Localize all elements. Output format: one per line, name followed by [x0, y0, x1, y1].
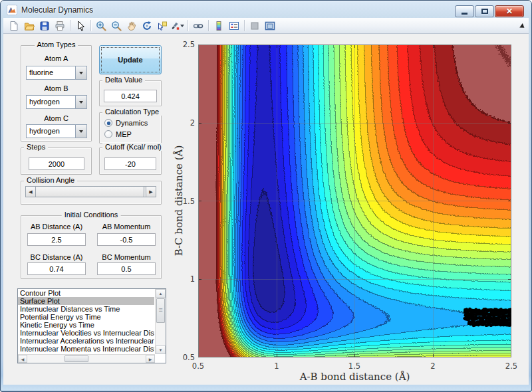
window-frame: Molecular Dynamics ✕ [0, 0, 532, 392]
ab-momentum-label: AB Momentum [97, 223, 156, 231]
hide-plot-tools-icon [249, 21, 260, 31]
radio-mep-label: MEP [116, 130, 132, 138]
radio-dynamics-label: Dynamics [116, 119, 148, 127]
atom-b-dropdown-button[interactable] [75, 96, 86, 108]
toolbar [3, 18, 529, 34]
radio-mep[interactable]: MEP [104, 130, 132, 138]
hide-plot-tools-button[interactable] [247, 19, 262, 33]
window-title: Molecular Dynamics [21, 5, 93, 15]
print-icon [55, 21, 65, 31]
pointer-tool-button[interactable] [73, 19, 88, 33]
collision-angle-title: Collision Angle [24, 176, 77, 184]
cutoff-field[interactable] [104, 157, 156, 170]
y-tick-label: 2 [172, 118, 195, 128]
list-item[interactable]: Kinetic Energy vs Time [18, 321, 154, 329]
scroll-down-arrow[interactable]: ▼ [156, 345, 166, 354]
list-item[interactable]: Potential Energy vs Time [18, 313, 154, 321]
zoom-in-button[interactable] [94, 19, 108, 33]
pan-tool-button[interactable] [124, 19, 139, 33]
brush-tool-button[interactable] [170, 19, 185, 33]
list-item[interactable]: Contour Plot [18, 289, 154, 297]
vertical-scrollbar[interactable]: ▲ ☰ ▼ [155, 289, 166, 354]
new-document-button[interactable] [7, 19, 21, 33]
atom-c-dropdown-button[interactable] [75, 125, 86, 138]
ab-momentum-field[interactable] [97, 233, 156, 246]
rotate-3d-button[interactable] [140, 19, 154, 33]
bc-momentum-label: BC Momentum [97, 253, 156, 261]
delta-value-field[interactable] [104, 90, 157, 102]
slider-right-arrow[interactable]: ▶ [146, 187, 156, 197]
scroll-left-arrow[interactable]: ◀ [18, 355, 27, 363]
list-item-selected[interactable]: Surface Plot [18, 297, 154, 305]
toolbar-overflow-chevron-icon[interactable] [519, 23, 526, 30]
x-tick-label: 2.5 [498, 361, 525, 371]
atom-b-label: Atom B [21, 84, 92, 92]
show-plot-tools-button[interactable] [263, 19, 277, 33]
initial-conditions-title: Initial Conditions [62, 211, 121, 219]
new-document-icon [9, 21, 19, 31]
cutoff-title: Cutoff (Kcal/ mol) [102, 143, 164, 151]
brush-dropdown-icon[interactable] [180, 25, 184, 27]
slider-thumb[interactable] [36, 187, 144, 197]
x-axis-label: A-B bond distance (Å) [198, 371, 511, 383]
chevron-down-icon [79, 101, 83, 104]
x-tick-label: 2 [420, 361, 446, 371]
plot-type-listbox[interactable]: Contour Plot Surface Plot Internuclear D… [17, 288, 166, 363]
steps-field[interactable] [29, 157, 84, 170]
toolbar-separator [188, 20, 188, 31]
insert-colorbar-button[interactable] [211, 19, 226, 33]
data-cursor-button[interactable] [155, 19, 170, 33]
vertical-scroll-thumb[interactable]: ☰ [156, 298, 165, 323]
atom-a-select[interactable]: fluorine [26, 66, 87, 80]
list-item[interactable]: Internuclear Velocities vs Internuclear … [18, 329, 154, 337]
atom-types-title: Atom Types [35, 41, 78, 49]
radio-mep-icon [104, 130, 112, 138]
link-plot-button[interactable] [191, 19, 205, 33]
save-button[interactable] [37, 19, 52, 33]
close-icon: ✕ [506, 7, 513, 15]
atom-a-label: Atom A [21, 54, 92, 62]
titlebar[interactable]: Molecular Dynamics ✕ [1, 1, 531, 18]
close-button[interactable]: ✕ [495, 5, 524, 17]
figure-area: Atom Types Atom A fluorine Atom B hydrog… [3, 34, 529, 385]
save-icon [39, 21, 50, 31]
bc-distance-field[interactable] [27, 262, 86, 275]
pointer-icon [75, 21, 86, 31]
toolbar-separator [70, 20, 70, 31]
open-folder-icon [24, 21, 35, 31]
ab-distance-field[interactable] [27, 233, 86, 246]
print-button[interactable] [53, 19, 67, 33]
scroll-up-arrow[interactable]: ▲ [156, 289, 166, 298]
atom-c-value: hydrogen [27, 125, 75, 138]
radio-dynamics[interactable]: Dynamics [104, 119, 148, 127]
data-cursor-icon [157, 21, 168, 31]
list-item[interactable]: Internuclear Distances vs Time [18, 305, 154, 313]
minimize-button[interactable] [455, 5, 474, 17]
slider-left-arrow[interactable]: ◀ [26, 187, 36, 197]
chevron-down-icon [79, 130, 83, 133]
application-window: Molecular Dynamics ✕ [0, 0, 532, 392]
pes-contour-plot[interactable] [198, 45, 511, 357]
atom-b-select[interactable]: hydrogen [26, 95, 87, 109]
radio-dynamics-icon [104, 119, 112, 127]
x-tick-label: 1.5 [341, 361, 368, 371]
atom-c-select[interactable]: hydrogen [26, 124, 87, 138]
open-file-button[interactable] [22, 19, 37, 33]
legend-icon [229, 21, 239, 31]
update-button[interactable]: Update [99, 45, 162, 74]
delta-value-title: Delta Value [102, 76, 145, 84]
collision-angle-slider[interactable]: ◀ ▶ [25, 186, 156, 197]
horizontal-scroll-thumb[interactable] [65, 355, 88, 362]
toolbar-separator [244, 20, 245, 31]
bc-momentum-field[interactable] [97, 262, 156, 275]
calculation-type-panel: Calculation Type [99, 112, 162, 144]
scroll-right-arrow[interactable]: ▶ [146, 355, 155, 363]
maximize-button[interactable] [475, 5, 494, 17]
insert-legend-button[interactable] [227, 19, 241, 33]
list-item[interactable]: Internuclear Accelerations vs Internucle… [18, 337, 154, 345]
zoom-out-button[interactable] [109, 19, 124, 33]
maximize-icon [481, 9, 488, 14]
horizontal-scrollbar[interactable]: ◀ ▶ [18, 354, 155, 363]
list-item[interactable]: Internuclear Momenta vs Internuclear Dis… [18, 345, 154, 353]
atom-a-dropdown-button[interactable] [75, 66, 86, 79]
